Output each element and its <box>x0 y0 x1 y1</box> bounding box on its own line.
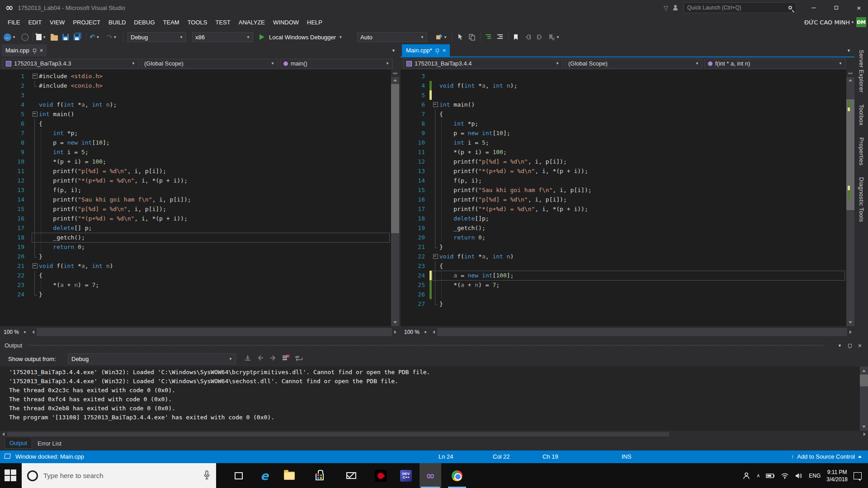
previous-bookmark-icon[interactable] <box>524 33 532 41</box>
code-line[interactable]: 7{ <box>401 109 854 119</box>
clear-all-icon[interactable] <box>282 354 290 363</box>
code-line[interactable]: 27} <box>401 299 854 309</box>
microphone-icon[interactable] <box>203 470 210 481</box>
fold-collapse-icon[interactable] <box>432 100 439 109</box>
pin-icon[interactable] <box>33 49 36 52</box>
mail-icon[interactable] <box>341 463 362 488</box>
minimize-button[interactable] <box>805 1 823 14</box>
window-position-caret[interactable]: ▼ <box>838 343 842 348</box>
attach-icon[interactable]: ▼ <box>435 33 447 41</box>
edge-icon[interactable]: e <box>254 463 275 488</box>
start-debug-button[interactable] <box>259 33 264 41</box>
taskbar-clock[interactable]: 9:11 PM3/4/2018 <box>826 469 848 483</box>
notifications-icon[interactable]: ▽ <box>664 5 668 11</box>
code-line[interactable]: 12 printf("p[%d] = %d\n", i, p[i]); <box>401 157 854 166</box>
code-line[interactable]: 3 <box>0 90 399 100</box>
horizontal-scrollbar[interactable] <box>30 326 398 338</box>
code-line[interactable]: 23{ <box>401 261 854 271</box>
output-source-dropdown[interactable]: Debug▼ <box>68 353 236 364</box>
hidden-icons-chevron[interactable]: ∧ <box>756 473 760 479</box>
word-wrap-icon[interactable]: ab <box>295 354 303 363</box>
quick-launch-input[interactable]: Quick Launch (Ctrl+Q) <box>684 2 797 13</box>
document-list-caret[interactable]: ▼ <box>392 48 396 53</box>
menu-item-analyze[interactable]: ANALYZE <box>235 19 269 26</box>
document-list-caret[interactable]: ▼ <box>847 48 851 53</box>
code-line[interactable]: 10 int i = 5; <box>401 138 854 147</box>
navigate-forward-button[interactable]: → <box>21 33 29 41</box>
user-avatar[interactable]: ĐM <box>856 17 866 27</box>
code-line[interactable]: 15 printf("p[%d] = %d\n", i, p[i]); <box>0 204 399 214</box>
save-button[interactable] <box>62 33 69 41</box>
code-line[interactable]: 16 printf("p[%d] = %d\n", i, p[i]); <box>401 195 854 204</box>
pin-panel-icon[interactable] <box>848 344 852 347</box>
menu-item-help[interactable]: HELP <box>303 19 326 26</box>
side-tab-properties[interactable]: Properties <box>858 137 865 165</box>
clear-bookmarks-icon[interactable]: ▼ <box>548 33 560 41</box>
menu-item-debug[interactable]: DEBUG <box>130 19 159 26</box>
previous-message-icon[interactable] <box>257 354 264 363</box>
fold-collapse-icon[interactable] <box>32 261 39 271</box>
panel-tab-error-list[interactable]: Error List <box>33 438 66 449</box>
code-line[interactable]: 14 f(p, i); <box>401 176 854 185</box>
code-line[interactable]: 8 int *p; <box>401 119 854 128</box>
code-line[interactable]: 6{ <box>0 119 399 128</box>
file-explorer-icon[interactable] <box>279 463 300 488</box>
watch-dropdown[interactable]: Auto▼ <box>357 32 427 42</box>
code-line[interactable]: 6int main() <box>401 100 854 109</box>
feedback-icon[interactable] <box>673 5 679 10</box>
code-line[interactable]: 24 a = new int[100]; <box>401 271 854 280</box>
battery-icon[interactable] <box>766 473 775 479</box>
project-dropdown[interactable]: 1752013_BaiTap3.4.3▼ <box>2 59 139 69</box>
panel-tab-output[interactable]: Output <box>5 438 32 449</box>
code-line[interactable]: 13 printf("*(p+%d) = %d\n", i, *(p + i))… <box>401 166 854 176</box>
open-file-button[interactable] <box>51 33 58 41</box>
configuration-dropdown[interactable]: Debug▼ <box>127 32 186 42</box>
code-line[interactable]: 3 <box>401 71 854 81</box>
chrome-icon[interactable] <box>447 463 467 488</box>
close-tab-icon[interactable]: × <box>443 47 446 53</box>
code-editor[interactable]: 1#include <stdio.h>2#include <conio.h>34… <box>0 70 399 326</box>
navigate-back-button[interactable]: ←▼ <box>4 33 16 41</box>
increase-indent-icon[interactable] <box>496 33 504 41</box>
code-line[interactable]: 20} <box>0 252 399 261</box>
menu-item-tools[interactable]: TOOLS <box>184 19 212 26</box>
zoom-dropdown[interactable]: 100 %▼ <box>401 326 431 338</box>
code-line[interactable]: 20 return 0; <box>401 233 854 242</box>
code-line[interactable]: 21} <box>401 242 854 252</box>
side-tab-server-explorer[interactable]: Server Explorer <box>858 50 865 93</box>
language-indicator[interactable]: ENG <box>809 473 821 479</box>
horizontal-scrollbar[interactable] <box>431 326 854 338</box>
devcpp-icon[interactable]: DEVC++ <box>396 463 416 488</box>
output-scrollbar[interactable] <box>860 366 868 431</box>
new-file-button[interactable]: ▼ <box>36 33 46 41</box>
output-panel-header[interactable]: Output ▼ × <box>0 339 868 351</box>
platform-dropdown[interactable]: x86▼ <box>192 32 253 42</box>
code-line[interactable]: 18 delete[]p; <box>401 214 854 223</box>
code-editor[interactable]: 34void f(int *a, int n);56int main()7{8 … <box>401 70 854 326</box>
visual-studio-taskbar-icon[interactable]: ∞ <box>420 463 441 488</box>
menu-item-project[interactable]: PROJECT <box>69 19 104 26</box>
next-message-icon[interactable] <box>269 354 277 363</box>
bookmark-icon[interactable] <box>513 33 519 41</box>
menu-item-file[interactable]: FILE <box>4 19 24 26</box>
save-all-button[interactable] <box>74 33 80 41</box>
start-button[interactable] <box>5 469 16 481</box>
member-dropdown[interactable]: main()▼ <box>280 59 393 69</box>
debugger-label[interactable]: Local Windows Debugger▼ <box>269 33 342 41</box>
restore-button[interactable] <box>827 1 845 14</box>
code-line[interactable]: 2#include <conio.h> <box>0 81 399 90</box>
taskbar-search[interactable]: Type here to search <box>22 463 216 488</box>
menu-item-view[interactable]: VIEW <box>46 19 69 26</box>
code-line[interactable]: 8 p = new int[10]; <box>0 138 399 147</box>
menu-item-test[interactable]: TEST <box>212 19 235 26</box>
fold-collapse-icon[interactable] <box>432 252 439 261</box>
side-tab-diagnostic-tools[interactable]: Diagnostic Tools <box>858 177 865 222</box>
scope-dropdown[interactable]: (Global Scope)▼ <box>141 59 278 69</box>
menu-item-build[interactable]: BUILD <box>104 19 130 26</box>
project-dropdown[interactable]: 1752013_BaiTap3.4.4▼ <box>403 59 563 69</box>
code-line[interactable]: 19 return 0; <box>0 242 399 252</box>
add-to-source-control-button[interactable]: ↑ Add to Source Control <box>791 453 862 460</box>
notification-center-icon[interactable] <box>854 472 862 479</box>
code-line[interactable]: 4void f(int *a, int n); <box>401 81 854 90</box>
code-line[interactable]: 7 int *p; <box>0 128 399 138</box>
